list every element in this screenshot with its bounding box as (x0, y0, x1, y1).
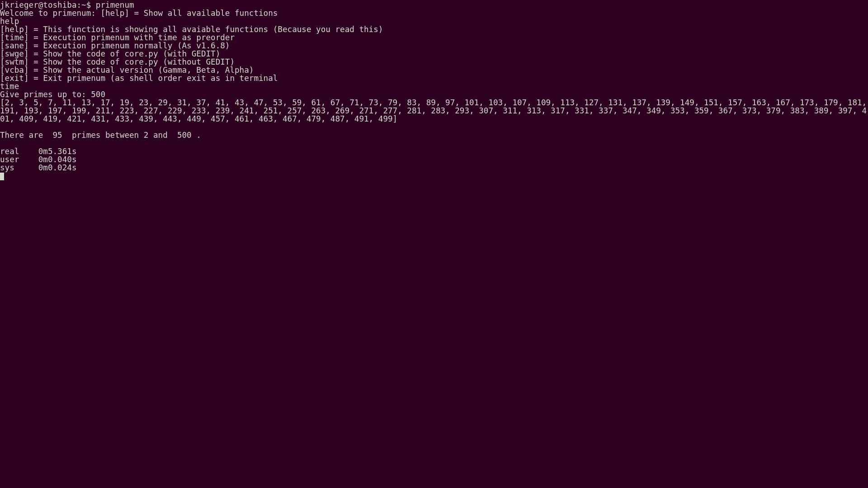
prompt-path: :~$ (76, 0, 95, 9)
help-line-2: [sane] = Execution primenum normally (As… (0, 42, 868, 50)
give-primes-line: Give primes up to: 500 (0, 90, 868, 99)
cursor-line (0, 172, 868, 180)
blank-line (0, 123, 868, 131)
primes-list-line: [2, 3, 5, 7, 11, 13, 17, 19, 23, 29, 31,… (0, 99, 868, 123)
timing-sys: sys 0m0.024s (0, 164, 868, 172)
help-line-0: [help] = This function is showing all av… (0, 25, 868, 33)
help-line-3: [swge] = Show the code of core.py (with … (0, 50, 868, 58)
terminal-output[interactable]: jkrieger@toshiba:~$ primenumWelcome to p… (0, 0, 868, 488)
blank-line-2 (0, 139, 868, 147)
help-line-1: [time] = Execution primenum with time as… (0, 33, 868, 42)
help-line-4: [swtm] = Show the code of core.py (witho… (0, 58, 868, 66)
cursor-icon (0, 173, 4, 180)
user-input-help: help (0, 17, 868, 25)
welcome-line: Welcome to primenum: [help] = Show all a… (0, 9, 868, 17)
summary-line: There are 95 primes between 2 and 500 . (0, 131, 868, 139)
timing-real: real 0m5.361s (0, 147, 868, 155)
timing-user: user 0m0.040s (0, 155, 868, 164)
help-line-6: [exit] = Exit primenum (as shell order e… (0, 74, 868, 82)
user-input-time: time (0, 82, 868, 90)
prompt-user-host: jkrieger@toshiba (0, 0, 76, 9)
prompt-command: primenum (96, 0, 134, 9)
help-line-5: [vcba] = Show the actual version (Gamma,… (0, 66, 868, 74)
prompt-line: jkrieger@toshiba:~$ primenum (0, 1, 868, 9)
